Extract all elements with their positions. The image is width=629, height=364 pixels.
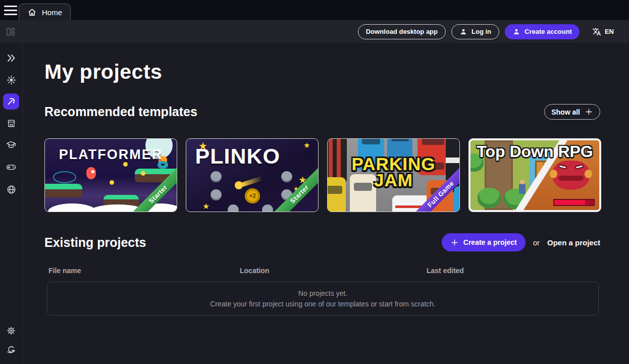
card-title: PLATFORMER	[45, 147, 177, 163]
bonus-peg: +2	[245, 188, 260, 203]
language-label: EN	[605, 28, 614, 35]
sidebar	[0, 43, 23, 364]
column-location: Location	[236, 267, 423, 275]
get-started-sun-icon[interactable]	[3, 72, 19, 88]
template-cards: PLATFORMER Starter +2 ★ ★ ★ ★ ★ ★ PLINKO…	[44, 138, 600, 212]
health-bar-art	[553, 199, 595, 206]
community-globe-icon[interactable]	[3, 181, 19, 197]
template-card-top-down-rpg[interactable]: Top Down RPG	[468, 138, 601, 212]
header-toolbar: Download desktop app Log in Create accou…	[0, 20, 629, 43]
empty-state-line1: No projects yet.	[298, 289, 347, 297]
tab-home-label: Home	[42, 8, 62, 17]
template-card-plinko[interactable]: +2 ★ ★ ★ ★ ★ ★ PLINKO Starter	[186, 138, 319, 212]
empty-state-line2: Create your first project using one of o…	[210, 300, 436, 308]
create-project-button[interactable]: Create a project	[442, 233, 526, 251]
plus-icon	[585, 108, 593, 116]
player-art	[86, 167, 96, 179]
plus-icon	[450, 238, 459, 247]
play-gamepad-icon[interactable]	[3, 159, 19, 175]
column-file-name: File name	[44, 267, 236, 275]
card-title: Top Down RPG	[470, 142, 599, 161]
expand-chevrons-icon[interactable]	[3, 50, 19, 66]
tab-bar: Home	[0, 0, 629, 20]
download-desktop-app-button[interactable]: Download desktop app	[358, 24, 446, 39]
translate-icon	[592, 27, 601, 36]
card-title: PLINKO	[186, 144, 289, 169]
tree-art	[478, 188, 501, 208]
eye-art	[53, 171, 76, 183]
learn-graduation-icon[interactable]	[3, 137, 19, 153]
hamburger-menu-icon[interactable]	[4, 6, 17, 15]
create-project-label: Create a project	[463, 238, 517, 246]
ball-art	[235, 181, 243, 189]
app-window: Home Download desktop app Log in	[0, 0, 629, 364]
main-content: My projects Recommended templates Show a…	[23, 43, 629, 364]
recommended-templates-heading: Recommended templates	[44, 105, 197, 119]
gdevelop-logo-icon[interactable]	[3, 342, 19, 358]
projects-table-header: File name Location Last edited	[44, 267, 600, 275]
tab-home[interactable]: Home	[19, 4, 71, 20]
create-account-button[interactable]: Create account	[505, 24, 580, 39]
template-card-parking-jam[interactable]: PARKING JAM Full Game	[327, 138, 460, 212]
login-button[interactable]: Log in	[451, 24, 499, 39]
existing-projects-header-row: Existing projects Create a project or Op…	[44, 233, 600, 251]
open-project-button[interactable]: Open a project	[547, 238, 600, 247]
shop-storefront-icon[interactable]	[3, 115, 19, 131]
home-icon	[27, 8, 37, 17]
existing-projects-heading: Existing projects	[44, 235, 146, 250]
show-all-button[interactable]: Show all	[544, 104, 600, 120]
or-text: or	[533, 238, 540, 247]
language-selector[interactable]: EN	[592, 27, 614, 36]
person-icon	[512, 28, 520, 36]
column-last-edited: Last edited	[423, 267, 600, 275]
show-all-label: Show all	[551, 108, 580, 116]
create-account-label: Create account	[525, 28, 572, 35]
header-actions: Download desktop app Log in Create accou…	[358, 24, 629, 39]
build-pickaxe-icon[interactable]	[3, 93, 19, 110]
recommended-header-row: Recommended templates Show all	[44, 104, 600, 120]
card-title: PARKING JAM	[328, 156, 459, 188]
empty-state: No projects yet. Create your first proje…	[47, 282, 599, 316]
template-card-platformer[interactable]: PLATFORMER Starter	[44, 138, 177, 212]
person-icon	[459, 28, 467, 36]
boss-art	[552, 161, 590, 190]
settings-gear-icon[interactable]	[3, 323, 19, 339]
page-title: My projects	[44, 60, 600, 84]
player-art	[519, 184, 526, 194]
panels-layout-icon[interactable]	[5, 26, 16, 37]
login-label: Log in	[471, 28, 491, 35]
